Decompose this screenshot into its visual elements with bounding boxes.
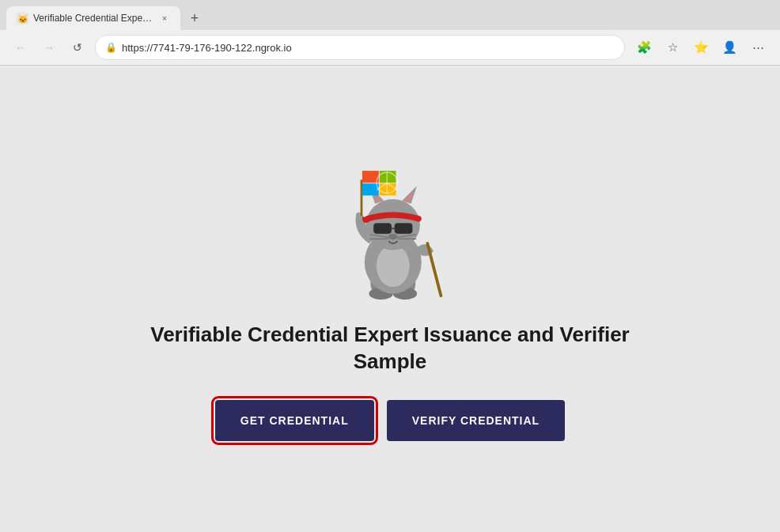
- toolbar-actions: 🧩 ☆ ⭐ 👤 ⋯: [631, 35, 771, 60]
- back-button[interactable]: ←: [9, 36, 32, 58]
- url-text: https://7741-79-176-190-122.ngrok.io: [122, 42, 615, 54]
- buttons-row: GET CREDENTIAL VERIFY CREDENTIAL: [215, 400, 565, 441]
- menu-button[interactable]: ⋯: [745, 35, 771, 60]
- reload-button[interactable]: ↺: [66, 36, 89, 58]
- tab-close-button[interactable]: ×: [158, 12, 171, 25]
- extensions-button[interactable]: 🧩: [631, 35, 657, 60]
- address-bar: ← → ↺ 🔒 https://7741-79-176-190-122.ngro…: [0, 30, 780, 65]
- get-credential-button[interactable]: GET CREDENTIAL: [215, 400, 374, 441]
- page-title: Verifiable Credential Expert Issuance an…: [145, 322, 635, 375]
- svg-line-8: [427, 243, 441, 296]
- svg-text:🐱: 🐱: [17, 13, 28, 25]
- verify-credential-button[interactable]: VERIFY CREDENTIAL: [387, 400, 565, 441]
- url-bar[interactable]: 🔒 https://7741-79-176-190-122.ngrok.io: [95, 35, 625, 60]
- mascot-image: [327, 157, 453, 300]
- tab-favicon: 🐱: [16, 12, 28, 25]
- forward-button[interactable]: →: [38, 36, 60, 58]
- browser-chrome: 🐱 Verifiable Credential Expert Ch × + ← …: [0, 0, 780, 66]
- svg-rect-15: [395, 223, 413, 233]
- bookmark-button[interactable]: ⭐: [688, 35, 714, 60]
- svg-point-17: [388, 233, 397, 240]
- svg-point-7: [377, 245, 410, 287]
- svg-rect-14: [373, 223, 392, 233]
- active-tab[interactable]: 🐱 Verifiable Credential Expert Ch ×: [6, 6, 180, 30]
- favorites-button[interactable]: ☆: [660, 35, 685, 60]
- page-content: Verifiable Credential Expert Issuance an…: [0, 66, 780, 532]
- lock-icon: 🔒: [105, 42, 117, 53]
- new-tab-button[interactable]: +: [184, 7, 206, 29]
- tab-label: Verifiable Credential Expert Ch: [33, 13, 153, 24]
- tab-bar: 🐱 Verifiable Credential Expert Ch × +: [0, 0, 780, 30]
- profile-button[interactable]: 👤: [717, 35, 742, 60]
- mascot-container: [327, 157, 453, 303]
